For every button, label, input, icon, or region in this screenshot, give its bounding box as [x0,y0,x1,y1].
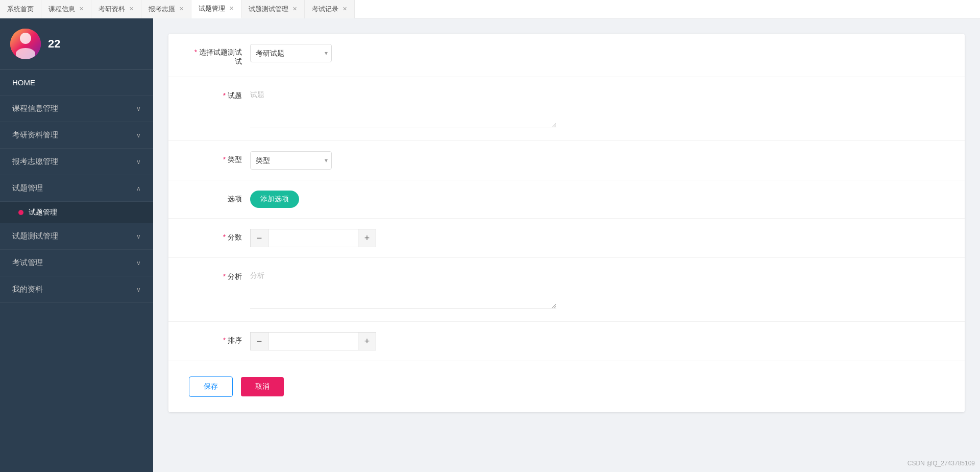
profile-name: 22 [48,37,60,51]
sidebar-item-question-label: 试题管理 [12,183,136,193]
analysis-label: 分析 [189,268,250,281]
sidebar-item-question-manage-label: 试题管理 [29,208,57,217]
tab-exam-record-close[interactable]: ✕ [342,6,347,12]
form-row-order: 排序 − + [168,322,965,361]
add-option-button[interactable]: 添加选项 [250,191,299,208]
tab-exam-record-label: 考试记录 [312,5,338,14]
chevron-down-icon-4: ∨ [136,233,141,240]
content-area: 选择试题测试试 考研试题 ▾ 试题 [153,18,980,472]
question-input[interactable] [250,87,556,128]
tab-question-manage-close[interactable]: ✕ [229,5,234,12]
question-control [250,87,556,130]
sidebar-item-course-info[interactable]: 课程信息管理 ∨ [0,96,153,122]
main-layout: 22 HOME 课程信息管理 ∨ 考研资料管理 ∨ 报考志愿管理 ∨ [0,18,980,472]
tab-volunteer-label: 报考志愿 [149,5,175,14]
order-decrement-button[interactable]: − [250,332,268,350]
type-label: 类型 [189,151,250,164]
tab-course-label: 课程信息 [48,5,75,14]
form-card: 选择试题测试试 考研试题 ▾ 试题 [168,34,965,412]
tab-home-label: 系统首页 [7,5,34,14]
tab-question-test-label: 试题测试管理 [249,5,288,14]
form-row-type: 类型 类型 ▾ [168,141,965,180]
sidebar-item-my-data[interactable]: 我的资料 ∨ [0,276,153,303]
select-test-wrapper: 考研试题 ▾ [250,44,332,62]
chevron-down-icon-6: ∨ [136,286,141,293]
select-test-control: 考研试题 ▾ [250,44,556,62]
chevron-down-icon: ∨ [136,105,141,112]
active-dot-icon [18,210,23,215]
action-row: 保存 取消 [168,361,965,412]
tab-home[interactable]: 系统首页 [0,0,41,18]
sidebar-profile: 22 [0,18,153,70]
save-button[interactable]: 保存 [189,376,233,397]
submenu-question: 试题管理 [0,202,153,223]
tab-question-test-close[interactable]: ✕ [292,6,297,12]
order-control: − + [250,332,556,350]
score-label: 分数 [189,229,250,242]
avatar [10,29,41,59]
order-stepper: − + [250,332,332,350]
sidebar-item-exam-material-label: 考研资料管理 [12,130,136,140]
sidebar-item-question-manage[interactable]: 试题管理 [0,202,153,223]
tab-question-test[interactable]: 试题测试管理 ✕ [241,0,305,18]
sidebar-menu: HOME 课程信息管理 ∨ 考研资料管理 ∨ 报考志愿管理 ∨ 试题管理 ∧ [0,70,153,472]
analysis-input[interactable] [250,268,556,309]
chevron-down-icon-2: ∨ [136,132,141,139]
sidebar-item-home[interactable]: HOME [0,70,153,96]
tab-question-manage-label: 试题管理 [199,4,225,13]
sidebar-item-home-label: HOME [12,78,141,87]
sidebar-item-question-test[interactable]: 试题测试管理 ∨ [0,223,153,250]
chevron-up-icon: ∧ [136,185,141,192]
tab-volunteer-close[interactable]: ✕ [179,6,184,12]
tab-bar: 系统首页 课程信息 ✕ 考研资料 ✕ 报考志愿 ✕ 试题管理 ✕ 试题测试管理 … [0,0,980,18]
type-select-input[interactable]: 类型 [250,151,332,170]
chevron-down-icon-3: ∨ [136,158,141,166]
sidebar-item-question[interactable]: 试题管理 ∧ [0,175,153,202]
tab-exam-material-label: 考研资料 [99,5,125,14]
tab-course-close[interactable]: ✕ [79,6,84,12]
type-control: 类型 ▾ [250,151,556,170]
tab-exam-record[interactable]: 考试记录 ✕ [305,0,355,18]
sidebar-item-exam-manage-label: 考试管理 [12,258,136,268]
score-stepper: − + [250,229,332,247]
options-control: 添加选项 [250,191,556,208]
tab-exam-material-close[interactable]: ✕ [129,6,134,12]
order-label: 排序 [189,332,250,345]
cancel-button[interactable]: 取消 [241,377,284,396]
sidebar-item-exam-manage[interactable]: 考试管理 ∨ [0,250,153,276]
analysis-control [250,268,556,311]
type-select-wrapper: 类型 ▾ [250,151,332,170]
sidebar-item-my-data-label: 我的资料 [12,285,136,294]
tab-exam-material[interactable]: 考研资料 ✕ [91,0,141,18]
order-increment-button[interactable]: + [358,332,376,350]
form-row-question: 试题 [168,77,965,141]
tab-volunteer[interactable]: 报考志愿 ✕ [141,0,191,18]
sidebar-item-question-test-label: 试题测试管理 [12,231,136,241]
select-test-input[interactable]: 考研试题 [250,44,332,62]
sidebar-item-course-info-label: 课程信息管理 [12,104,136,113]
sidebar-item-exam-material[interactable]: 考研资料管理 ∨ [0,122,153,149]
tab-question-manage[interactable]: 试题管理 ✕ [191,0,241,18]
select-test-label: 选择试题测试试 [189,44,250,66]
chevron-down-icon-5: ∨ [136,259,141,267]
form-row-options: 选项 添加选项 [168,180,965,219]
score-control: − + [250,229,556,247]
score-decrement-button[interactable]: − [250,229,268,247]
score-increment-button[interactable]: + [358,229,376,247]
sidebar: 22 HOME 课程信息管理 ∨ 考研资料管理 ∨ 报考志愿管理 ∨ [0,18,153,472]
order-input[interactable] [268,332,358,350]
options-label: 选项 [189,191,250,204]
tab-course[interactable]: 课程信息 ✕ [41,0,91,18]
form-row-analysis: 分析 [168,258,965,322]
form-row-select-test: 选择试题测试试 考研试题 ▾ [168,34,965,77]
score-input[interactable] [268,229,358,247]
sidebar-item-volunteer[interactable]: 报考志愿管理 ∨ [0,149,153,175]
form-row-score: 分数 − + [168,219,965,258]
sidebar-item-volunteer-label: 报考志愿管理 [12,157,136,167]
question-label: 试题 [189,87,250,101]
